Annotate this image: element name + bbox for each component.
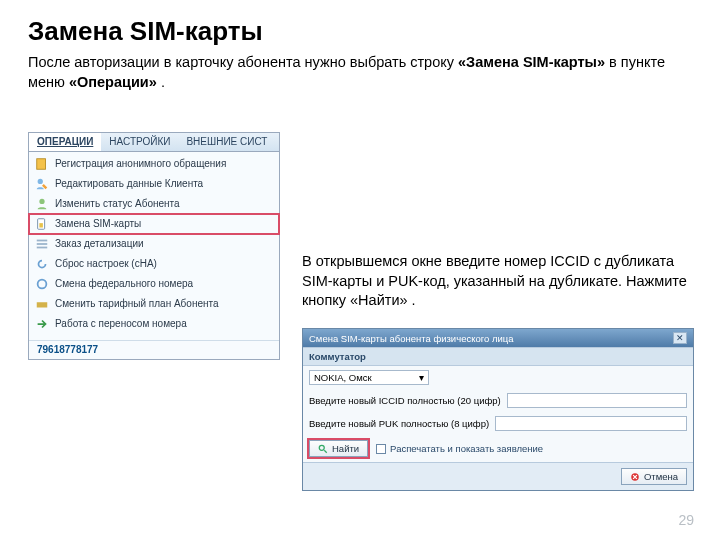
- field-iccid: Введите новый ICCID полностью (20 цифр): [303, 389, 693, 412]
- screenshot-menu: ОПЕРАЦИИ НАСТРОЙКИ ВНЕШНИЕ СИСТ Регистра…: [28, 132, 280, 360]
- reset-icon: [35, 257, 49, 271]
- tariff-icon: [35, 297, 49, 311]
- slide-title: Замена SIM-карты: [0, 0, 720, 53]
- svg-rect-7: [37, 247, 48, 249]
- user-edit-icon: [35, 177, 49, 191]
- svg-rect-0: [37, 159, 46, 170]
- section-header: Коммутатор: [303, 347, 693, 366]
- svg-rect-5: [37, 240, 48, 242]
- menu-item-register-request[interactable]: Регистрация анонимного обращения: [29, 154, 279, 174]
- svg-point-10: [319, 445, 324, 450]
- puk-input[interactable]: [495, 416, 687, 431]
- menu-item-label: Замена SIM-карты: [55, 219, 141, 229]
- svg-point-2: [39, 199, 44, 204]
- combo-value: NOKIA, Омск: [314, 372, 372, 383]
- dialog-titlebar: Смена SIM-карты абонента физического лиц…: [303, 329, 693, 347]
- svg-point-8: [38, 280, 47, 289]
- find-button-label: Найти: [332, 443, 359, 454]
- menu-item-sim-replace[interactable]: Замена SIM-карты: [29, 214, 279, 234]
- intro-b1: «Замена SIM-карты»: [458, 54, 605, 70]
- dialog-instruction: В открывшемся окне введите номер ICCID с…: [302, 252, 692, 311]
- cancel-button-label: Отмена: [644, 471, 678, 482]
- menu-item-order-detail[interactable]: Заказ детализации: [29, 234, 279, 254]
- search-icon: [318, 444, 328, 454]
- chevron-down-icon: ▾: [419, 372, 424, 383]
- find-button[interactable]: Найти: [309, 440, 368, 457]
- iccid-label: Введите новый ICCID полностью (20 цифр): [309, 395, 501, 406]
- menu-item-label: Смена федерального номера: [55, 279, 193, 289]
- checkbox-label: Распечатать и показать заявление: [390, 443, 543, 454]
- tab-external[interactable]: ВНЕШНИЕ СИСТ: [178, 133, 275, 151]
- cancel-button[interactable]: Отмена: [621, 468, 687, 485]
- tab-operations[interactable]: ОПЕРАЦИИ: [29, 133, 101, 151]
- svg-rect-4: [39, 223, 43, 227]
- svg-rect-6: [37, 243, 48, 245]
- subscriber-phone: 79618778177: [29, 340, 279, 359]
- menu-item-change-status[interactable]: Изменить статус Абонента: [29, 194, 279, 214]
- user-status-icon: [35, 197, 49, 211]
- iccid-input[interactable]: [507, 393, 687, 408]
- field-commutator: NOKIA, Омск ▾: [303, 366, 693, 389]
- puk-label: Введите новый PUK полностью (8 цифр): [309, 418, 489, 429]
- swap-icon: [35, 277, 49, 291]
- dialog-title-text: Смена SIM-карты абонента физического лиц…: [309, 333, 513, 344]
- menu-item-label: Сменить тарифный план Абонента: [55, 299, 219, 309]
- menu-item-label: Сброс настроек (сНА): [55, 259, 157, 269]
- operations-menu: Регистрация анонимного обращения Редакти…: [29, 152, 279, 340]
- svg-rect-9: [37, 302, 48, 307]
- screenshot-dialog: Смена SIM-карты абонента физического лиц…: [302, 328, 694, 491]
- tab-settings[interactable]: НАСТРОЙКИ: [101, 133, 178, 151]
- intro-paragraph: После авторизации в карточку абонента ну…: [0, 53, 720, 104]
- cancel-icon: [630, 472, 640, 482]
- menu-item-label: Изменить статус Абонента: [55, 199, 180, 209]
- checkbox-box: [376, 444, 386, 454]
- intro-p3: .: [157, 74, 165, 90]
- print-checkbox[interactable]: Распечатать и показать заявление: [376, 443, 543, 454]
- arrow-icon: [35, 317, 49, 331]
- menu-item-change-number[interactable]: Смена федерального номера: [29, 274, 279, 294]
- field-puk: Введите новый PUK полностью (8 цифр): [303, 412, 693, 435]
- menu-item-label: Работа с переносом номера: [55, 319, 187, 329]
- dialog-footer: Отмена: [303, 462, 693, 490]
- menu-item-change-tariff[interactable]: Сменить тарифный план Абонента: [29, 294, 279, 314]
- menu-item-label: Заказ детализации: [55, 239, 144, 249]
- svg-point-1: [38, 179, 43, 184]
- page-number: 29: [678, 512, 694, 528]
- menu-item-reset[interactable]: Сброс настроек (сНА): [29, 254, 279, 274]
- menu-item-label: Редактировать данные Клиента: [55, 179, 203, 189]
- menu-tabbar: ОПЕРАЦИИ НАСТРОЙКИ ВНЕШНИЕ СИСТ: [29, 133, 279, 152]
- note-icon: [35, 157, 49, 171]
- close-icon[interactable]: ✕: [673, 332, 687, 344]
- menu-item-edit-client[interactable]: Редактировать данные Клиента: [29, 174, 279, 194]
- combo-commutator[interactable]: NOKIA, Омск ▾: [309, 370, 429, 385]
- menu-item-label: Регистрация анонимного обращения: [55, 159, 226, 169]
- button-row: Найти Распечатать и показать заявление: [303, 435, 693, 462]
- intro-p1: После авторизации в карточку абонента ну…: [28, 54, 458, 70]
- sim-icon: [35, 217, 49, 231]
- intro-b2: «Операции»: [69, 74, 157, 90]
- menu-item-number-transfer[interactable]: Работа с переносом номера: [29, 314, 279, 334]
- list-icon: [35, 237, 49, 251]
